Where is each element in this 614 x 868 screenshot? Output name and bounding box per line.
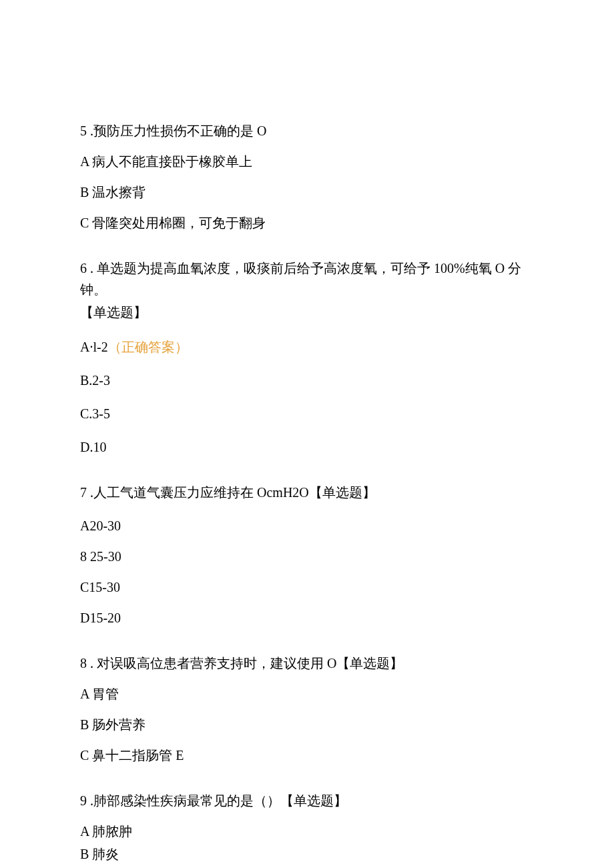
q9-option-a: A 肺脓肿 bbox=[80, 821, 534, 842]
q6-stem-text: . 单选题为提高血氧浓度，吸痰前后给予高浓度氧，可给予 100%纯氧 O 分钟。 bbox=[80, 261, 521, 297]
q5-option-b: B 温水擦背 bbox=[80, 181, 534, 203]
q6-option-c: C.3-5 bbox=[80, 403, 534, 424]
q6-option-a: A·l-2（正确答案） bbox=[80, 336, 534, 358]
q6-option-a-text: A·l-2 bbox=[80, 340, 108, 354]
q9-stem: 9 .肺部感染性疾病最常见的是（）【单选题】 bbox=[80, 790, 534, 811]
q5-option-c: C 骨隆突处用棉圈，可免于翻身 bbox=[80, 212, 534, 234]
q8-option-a: A 胃管 bbox=[80, 683, 534, 705]
q7-number: 7 bbox=[80, 482, 87, 503]
q6-number: 6 bbox=[80, 258, 87, 279]
q9-stem-text: .肺部感染性疾病最常见的是（）【单选题】 bbox=[87, 793, 347, 808]
q6-option-d: D.10 bbox=[80, 436, 534, 458]
q7-option-b-number: 8 bbox=[80, 546, 87, 567]
q9-number: 9 bbox=[80, 790, 87, 811]
q5-option-a: A 病人不能直接卧于橡胶单上 bbox=[80, 151, 534, 172]
question-5: 5 .预防压力性损伤不正确的是 O A 病人不能直接卧于橡胶单上 B 温水擦背 … bbox=[80, 120, 534, 234]
q5-stem: 5 .预防压力性损伤不正确的是 O bbox=[80, 120, 534, 141]
question-7: 7 .人工气道气囊压力应维持在 OcmH2O【单选题】 A20-30 8 25-… bbox=[80, 482, 534, 628]
q7-option-b: 8 25-30 bbox=[80, 546, 534, 567]
q5-stem-text: .预防压力性损伤不正确的是 O bbox=[87, 123, 266, 138]
q8-stem-text: . 对误吸高位患者营养支持时，建议使用 O【单选题】 bbox=[87, 656, 403, 671]
q7-option-a: A20-30 bbox=[80, 515, 534, 536]
q8-option-b: B 肠外营养 bbox=[80, 714, 534, 735]
question-6: 6 . 单选题为提高血氧浓度，吸痰前后给予高浓度氧，可给予 100%纯氧 O 分… bbox=[80, 258, 534, 458]
q7-option-d: D15-20 bbox=[80, 607, 534, 628]
q8-option-c: C 鼻十二指肠管 E bbox=[80, 745, 534, 766]
q6-tag: 【单选题】 bbox=[80, 302, 534, 323]
q6-option-b: B.2-3 bbox=[80, 370, 534, 391]
q7-stem: 7 .人工气道气囊压力应维持在 OcmH2O【单选题】 bbox=[80, 482, 534, 503]
q6-correct-answer: （正确答案） bbox=[108, 340, 188, 354]
question-8: 8 . 对误吸高位患者营养支持时，建议使用 O【单选题】 A 胃管 B 肠外营养… bbox=[80, 653, 534, 766]
q8-stem: 8 . 对误吸高位患者营养支持时，建议使用 O【单选题】 bbox=[80, 653, 534, 674]
q8-number: 8 bbox=[80, 653, 87, 674]
question-9: 9 .肺部感染性疾病最常见的是（）【单选题】 A 肺脓肿 B 肺炎 bbox=[80, 790, 534, 865]
q7-option-b-text: 25-30 bbox=[87, 549, 121, 564]
q7-option-c: C15-30 bbox=[80, 576, 534, 598]
q9-option-b: B 肺炎 bbox=[80, 843, 534, 865]
q5-number: 5 bbox=[80, 120, 87, 141]
q7-stem-text: .人工气道气囊压力应维持在 OcmH2O【单选题】 bbox=[87, 485, 376, 500]
q6-stem: 6 . 单选题为提高血氧浓度，吸痰前后给予高浓度氧，可给予 100%纯氧 O 分… bbox=[80, 258, 534, 300]
